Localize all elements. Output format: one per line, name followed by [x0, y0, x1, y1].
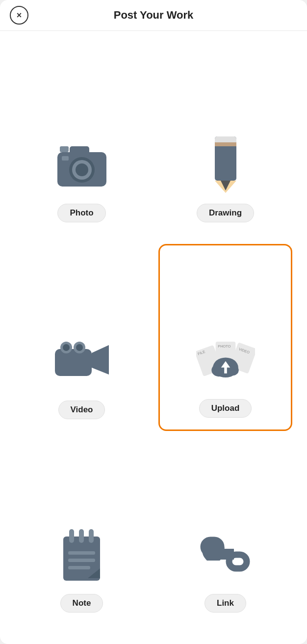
drawing-item[interactable]: Drawing	[158, 51, 292, 234]
svg-point-14	[63, 344, 70, 351]
svg-rect-31	[69, 529, 74, 543]
post-work-modal: × Post Your Work	[0, 0, 307, 644]
svg-rect-41	[216, 549, 234, 560]
drawing-label: Drawing	[197, 204, 254, 222]
svg-rect-12	[55, 349, 92, 376]
content-grid: Photo Drawing	[0, 31, 307, 644]
link-label: Link	[205, 594, 246, 613]
drawing-icon	[196, 135, 255, 194]
svg-marker-17	[92, 345, 109, 375]
video-label: Video	[58, 401, 105, 419]
close-button[interactable]: ×	[10, 6, 28, 25]
photo-label: Photo	[57, 204, 105, 222]
svg-rect-33	[89, 529, 94, 543]
link-item[interactable]: Link	[158, 441, 292, 624]
photo-icon	[52, 135, 111, 194]
svg-point-16	[76, 344, 83, 351]
svg-rect-6	[62, 156, 69, 161]
svg-rect-32	[79, 529, 84, 543]
svg-text:PHOTO: PHOTO	[218, 344, 230, 349]
modal-header: × Post Your Work	[0, 0, 307, 31]
note-icon	[52, 525, 111, 584]
upload-icon: FILE PHOTO VIDEO	[196, 330, 255, 389]
svg-rect-34	[68, 551, 95, 555]
svg-rect-9	[215, 142, 236, 146]
note-item[interactable]: Note	[15, 441, 149, 624]
svg-point-5	[76, 163, 88, 176]
photo-item[interactable]: Photo	[15, 51, 149, 234]
svg-rect-35	[68, 559, 95, 562]
upload-item[interactable]: FILE PHOTO VIDEO Upload	[158, 244, 292, 430]
svg-rect-1	[70, 146, 89, 155]
close-icon: ×	[17, 11, 22, 20]
note-label: Note	[60, 594, 103, 613]
video-item[interactable]: Video	[15, 244, 149, 430]
upload-label: Upload	[199, 399, 252, 418]
svg-rect-2	[60, 146, 69, 152]
video-icon	[52, 332, 111, 391]
svg-rect-36	[68, 566, 90, 569]
link-icon	[196, 525, 255, 584]
modal-title: Post Your Work	[114, 9, 194, 22]
